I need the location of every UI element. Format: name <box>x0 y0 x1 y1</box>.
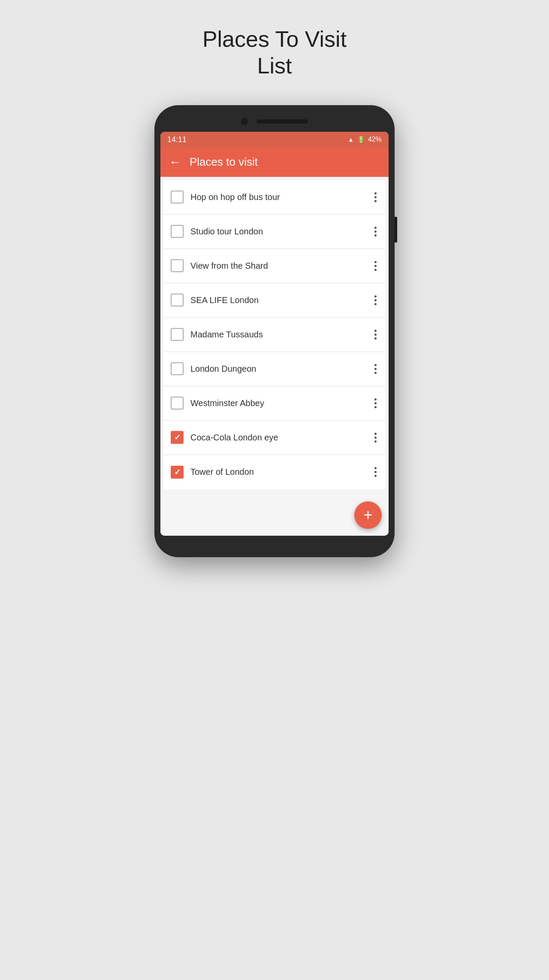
item-label-9: Tower of London <box>190 467 366 477</box>
battery-icon: 🔋 <box>357 136 365 143</box>
more-dot-icon <box>374 433 377 435</box>
more-options-button-1[interactable] <box>373 191 378 204</box>
more-dot-icon <box>374 471 377 473</box>
item-label-7: Westminster Abbey <box>190 398 366 408</box>
phone-side-button <box>395 217 397 243</box>
list-item: Westminster Abbey <box>164 386 385 421</box>
phone-screen: 14:11 ▲ 🔋 42% ← Places to visit Hop on h… <box>160 132 389 536</box>
battery-percent: 42% <box>368 136 382 143</box>
signal-icon: ▲ <box>348 136 354 143</box>
more-dot-icon <box>374 475 377 477</box>
checkbox-item-5[interactable] <box>171 328 184 341</box>
more-options-button-4[interactable] <box>373 294 378 307</box>
more-dot-icon <box>374 398 377 400</box>
phone-shell: 14:11 ▲ 🔋 42% ← Places to visit Hop on h… <box>154 105 395 557</box>
list-item: London Dungeon <box>164 352 385 386</box>
list-item: Madame Tussauds <box>164 318 385 352</box>
more-options-button-8[interactable] <box>373 431 378 444</box>
more-dot-icon <box>374 299 377 301</box>
more-dot-icon <box>374 234 377 237</box>
checkbox-item-1[interactable] <box>171 191 184 203</box>
item-label-2: Studio tour London <box>190 227 366 237</box>
fab-container: + <box>160 493 389 536</box>
list-item: Studio tour London <box>164 215 385 249</box>
list-item: Tower of London <box>164 455 385 489</box>
list-item: Coca-Cola London eye <box>164 421 385 455</box>
more-options-button-5[interactable] <box>373 328 378 341</box>
phone-top-bar <box>160 118 389 125</box>
more-dot-icon <box>374 269 377 271</box>
checkbox-item-7[interactable] <box>171 397 184 410</box>
item-label-6: London Dungeon <box>190 364 366 374</box>
status-bar: 14:11 ▲ 🔋 42% <box>160 132 389 148</box>
phone-speaker <box>256 119 308 124</box>
more-dot-icon <box>374 402 377 404</box>
more-options-button-2[interactable] <box>373 225 378 238</box>
more-dot-icon <box>374 303 377 305</box>
more-dot-icon <box>374 265 377 267</box>
item-label-4: SEA LIFE London <box>190 295 366 305</box>
more-dot-icon <box>374 372 377 374</box>
more-dot-icon <box>374 467 377 469</box>
more-dot-icon <box>374 261 377 263</box>
add-icon: + <box>363 506 372 524</box>
list-item: Hop on hop off bus tour <box>164 180 385 215</box>
checkbox-item-4[interactable] <box>171 294 184 306</box>
item-label-1: Hop on hop off bus tour <box>190 192 366 202</box>
more-options-button-3[interactable] <box>373 259 378 273</box>
more-options-button-7[interactable] <box>373 397 378 410</box>
places-list: Hop on hop off bus tourStudio tour Londo… <box>164 180 385 489</box>
item-label-8: Coca-Cola London eye <box>190 433 366 443</box>
more-dot-icon <box>374 200 377 202</box>
more-dot-icon <box>374 437 377 439</box>
more-dot-icon <box>374 231 377 233</box>
status-time: 14:11 <box>167 135 187 144</box>
more-dot-icon <box>374 364 377 366</box>
more-options-button-6[interactable] <box>373 362 378 376</box>
more-dot-icon <box>374 227 377 229</box>
more-dot-icon <box>374 337 377 340</box>
more-dot-icon <box>374 406 377 408</box>
more-dot-icon <box>374 196 377 198</box>
more-dot-icon <box>374 334 377 336</box>
more-dot-icon <box>374 440 377 443</box>
more-dot-icon <box>374 295 377 297</box>
app-bar-title: Places to visit <box>190 155 258 169</box>
list-item: SEA LIFE London <box>164 283 385 318</box>
checkbox-item-2[interactable] <box>171 225 184 238</box>
phone-camera <box>241 118 248 125</box>
app-bar: ← Places to visit <box>160 148 389 177</box>
add-fab-button[interactable]: + <box>354 501 382 529</box>
status-right: ▲ 🔋 42% <box>348 136 382 143</box>
checkbox-item-6[interactable] <box>171 362 184 375</box>
item-label-3: View from the Shard <box>190 261 366 271</box>
more-dot-icon <box>374 368 377 370</box>
back-button[interactable]: ← <box>169 155 181 169</box>
checkbox-item-9[interactable] <box>171 466 184 479</box>
page-title: Places To Visit List <box>202 26 347 79</box>
more-options-button-9[interactable] <box>373 465 378 479</box>
more-dot-icon <box>374 330 377 332</box>
more-dot-icon <box>374 192 377 194</box>
item-label-5: Madame Tussauds <box>190 330 366 340</box>
checkbox-item-8[interactable] <box>171 431 184 444</box>
list-item: View from the Shard <box>164 249 385 283</box>
checkbox-item-3[interactable] <box>171 259 184 272</box>
